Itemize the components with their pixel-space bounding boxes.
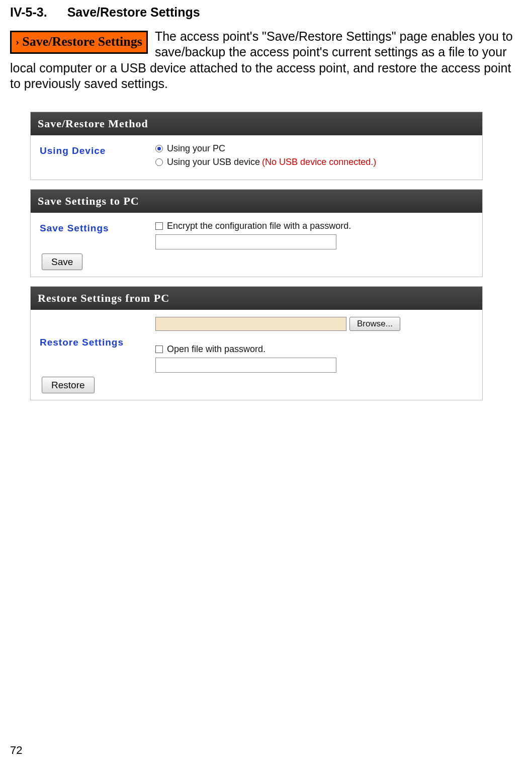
browse-button[interactable]: Browse... [349,317,400,331]
panel-save-settings: Save Settings to PC Save Settings Encryp… [30,189,483,277]
nav-badge-label: Save/Restore Settings [22,34,142,49]
panel-header: Restore Settings from PC [31,287,482,310]
panel-header: Save Settings to PC [31,190,482,213]
checkbox-open-with-password[interactable] [155,346,163,353]
chevron-right-icon: › [16,35,19,48]
panel-restore-settings: Restore Settings from PC Restore Setting… [30,286,483,400]
nav-badge-save-restore[interactable]: › Save/Restore Settings [10,31,148,54]
section-heading: IV-5-3.Save/Restore Settings [10,5,522,20]
section-number: IV-5-3. [10,5,47,20]
radio-using-pc-label: Using your PC [167,143,225,154]
restore-file-path-input[interactable] [155,317,346,331]
radio-using-usb[interactable] [155,158,163,166]
page-number: 72 [10,744,22,757]
checkbox-encrypt-config[interactable] [155,222,163,230]
save-settings-label: Save Settings [40,220,155,234]
encrypt-password-input[interactable] [155,234,336,249]
panel-save-restore-method: Save/Restore Method Using Device Using y… [30,112,483,180]
open-password-input[interactable] [155,358,336,373]
checkbox-open-with-password-label: Open file with password. [167,344,265,355]
radio-using-pc[interactable] [155,145,163,152]
section-title: Save/Restore Settings [67,5,200,19]
panel-header: Save/Restore Method [31,112,482,135]
using-device-label: Using Device [40,142,155,156]
usb-status-note: (No USB device connected.) [262,157,376,167]
save-button[interactable]: Save [42,253,82,270]
restore-button[interactable]: Restore [42,377,95,393]
checkbox-encrypt-config-label: Encrypt the configuration file with a pa… [167,221,351,231]
restore-settings-label: Restore Settings [40,317,155,348]
radio-using-usb-label: Using your USB device [167,157,260,167]
